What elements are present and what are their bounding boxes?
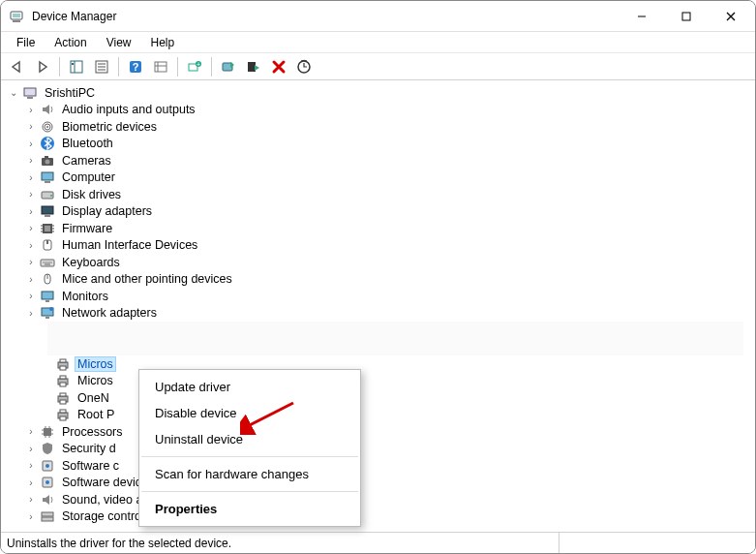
ctx-uninstall-device[interactable]: Uninstall device bbox=[139, 426, 360, 452]
tree-category[interactable]: › Mice and other pointing devices bbox=[5, 271, 753, 289]
show-hidden-icon[interactable] bbox=[150, 56, 171, 77]
tree-category[interactable]: › Computer bbox=[5, 169, 753, 187]
tree-category[interactable]: › Bluetooth bbox=[5, 136, 753, 153]
svg-rect-75 bbox=[60, 416, 66, 420]
tree-device[interactable]: Root P bbox=[5, 407, 753, 424]
tree-category[interactable]: › Security d bbox=[5, 441, 753, 458]
svg-rect-56 bbox=[45, 263, 50, 264]
chevron-right-icon[interactable]: › bbox=[24, 274, 38, 285]
close-button[interactable] bbox=[709, 2, 753, 31]
chevron-right-icon[interactable]: › bbox=[24, 189, 38, 200]
ctx-update-driver[interactable]: Update driver bbox=[139, 374, 360, 400]
chevron-right-icon[interactable]: › bbox=[24, 206, 38, 217]
network-icon bbox=[40, 305, 55, 321]
chevron-right-icon[interactable]: › bbox=[24, 460, 38, 471]
chevron-right-icon[interactable]: › bbox=[24, 172, 38, 183]
svg-rect-41 bbox=[45, 226, 50, 231]
svg-point-51 bbox=[43, 262, 44, 262]
tree-category[interactable]: › Human Interface Devices bbox=[5, 237, 753, 255]
tree-category[interactable]: › Network adapters bbox=[5, 305, 753, 323]
tree-device[interactable]: Micros bbox=[5, 373, 753, 390]
tree-device[interactable]: OneN bbox=[5, 389, 753, 407]
svg-rect-35 bbox=[45, 181, 50, 183]
printer-icon bbox=[55, 373, 71, 388]
minimize-button[interactable] bbox=[620, 2, 664, 31]
camera-icon bbox=[40, 153, 55, 169]
tree-category-label: Keyboards bbox=[60, 256, 122, 269]
uninstall-device-icon[interactable] bbox=[268, 56, 289, 77]
tree-category[interactable]: › Biometric devices bbox=[5, 118, 753, 136]
tree-device-label: Micros bbox=[76, 357, 115, 371]
tree-category[interactable]: › Keyboards bbox=[5, 254, 753, 271]
chevron-right-icon[interactable]: › bbox=[24, 155, 38, 166]
toolbar-sep bbox=[211, 57, 212, 77]
menu-action[interactable]: Action bbox=[45, 34, 96, 51]
printer-icon bbox=[55, 356, 71, 372]
forward-arrow-icon[interactable] bbox=[32, 56, 53, 77]
tree-category[interactable]: › Software c bbox=[5, 457, 753, 475]
tree-category-label: Computer bbox=[60, 170, 117, 184]
tree-category[interactable]: › Display adapters bbox=[5, 203, 753, 221]
software-icon bbox=[40, 458, 55, 474]
disable-device-icon[interactable] bbox=[243, 56, 264, 77]
menu-view[interactable]: View bbox=[97, 34, 141, 51]
chevron-right-icon[interactable]: › bbox=[24, 426, 38, 437]
menu-file[interactable]: File bbox=[7, 34, 45, 51]
back-arrow-icon[interactable] bbox=[7, 56, 28, 77]
svg-rect-7 bbox=[71, 61, 82, 73]
chevron-down-icon[interactable]: ⌄ bbox=[7, 87, 20, 98]
tree-root[interactable]: ⌄ SrishtiPC bbox=[5, 84, 753, 102]
tree-category-label: Disk drives bbox=[60, 188, 123, 201]
maximize-button[interactable] bbox=[664, 2, 709, 31]
svg-rect-59 bbox=[42, 292, 53, 299]
add-legacy-icon[interactable]: + bbox=[184, 56, 205, 77]
help-icon[interactable]: ? bbox=[125, 56, 146, 77]
show-hide-tree-icon[interactable] bbox=[66, 56, 87, 77]
chevron-right-icon[interactable]: › bbox=[24, 138, 38, 149]
chevron-right-icon[interactable]: › bbox=[24, 444, 38, 454]
svg-rect-4 bbox=[682, 13, 690, 20]
tree-category[interactable]: › Disk drives bbox=[5, 186, 753, 203]
update-driver-icon[interactable] bbox=[218, 56, 239, 77]
svg-rect-60 bbox=[45, 300, 49, 302]
svg-point-63 bbox=[49, 307, 53, 311]
properties-icon[interactable] bbox=[91, 56, 112, 77]
computer-host-icon bbox=[22, 85, 38, 101]
tree-category[interactable]: › Monitors bbox=[5, 288, 753, 305]
ctx-scan-hardware[interactable]: Scan for hardware changes bbox=[139, 461, 360, 487]
svg-rect-23 bbox=[248, 62, 256, 72]
tree-category[interactable]: › Firmware bbox=[5, 220, 753, 237]
tree-category[interactable]: › Audio inputs and outputs bbox=[5, 102, 753, 119]
chevron-right-icon[interactable]: › bbox=[24, 291, 38, 301]
chevron-right-icon[interactable]: › bbox=[24, 494, 38, 505]
chevron-right-icon[interactable]: › bbox=[24, 240, 38, 251]
tree-category[interactable]: › Software devices bbox=[5, 475, 753, 492]
tree-category[interactable]: › Sound, video and game controllers bbox=[5, 491, 753, 508]
statusbar-divider bbox=[559, 533, 559, 553]
tree-category-label: Processors bbox=[60, 425, 125, 439]
tree-category-label: Mice and other pointing devices bbox=[60, 272, 234, 286]
svg-rect-62 bbox=[45, 317, 49, 319]
tree-device-selected[interactable]: Micros bbox=[5, 355, 753, 373]
computer-icon bbox=[40, 169, 55, 185]
chevron-right-icon[interactable]: › bbox=[24, 511, 38, 522]
menu-help[interactable]: Help bbox=[141, 34, 185, 51]
chevron-right-icon[interactable]: › bbox=[24, 308, 38, 319]
ctx-properties[interactable]: Properties bbox=[139, 496, 360, 522]
tree-category[interactable]: › Storage controllers bbox=[5, 508, 753, 526]
svg-point-29 bbox=[46, 126, 48, 128]
security-icon bbox=[40, 441, 55, 456]
chevron-right-icon[interactable]: › bbox=[24, 223, 38, 233]
chevron-right-icon[interactable]: › bbox=[24, 257, 38, 267]
device-tree[interactable]: ⌄ SrishtiPC › Audio inputs and outputs ›… bbox=[1, 80, 755, 532]
chevron-right-icon[interactable]: › bbox=[24, 121, 38, 132]
tree-category[interactable]: › Processors bbox=[5, 423, 753, 441]
scan-hardware-icon[interactable] bbox=[293, 56, 315, 77]
tree-category[interactable]: › Cameras bbox=[5, 152, 753, 169]
tree-category-label: Human Interface Devices bbox=[60, 238, 199, 252]
audio-icon bbox=[40, 102, 55, 117]
chevron-right-icon[interactable]: › bbox=[24, 105, 38, 115]
ctx-disable-device[interactable]: Disable device bbox=[139, 400, 360, 426]
svg-rect-16 bbox=[155, 62, 166, 72]
chevron-right-icon[interactable]: › bbox=[24, 477, 38, 488]
